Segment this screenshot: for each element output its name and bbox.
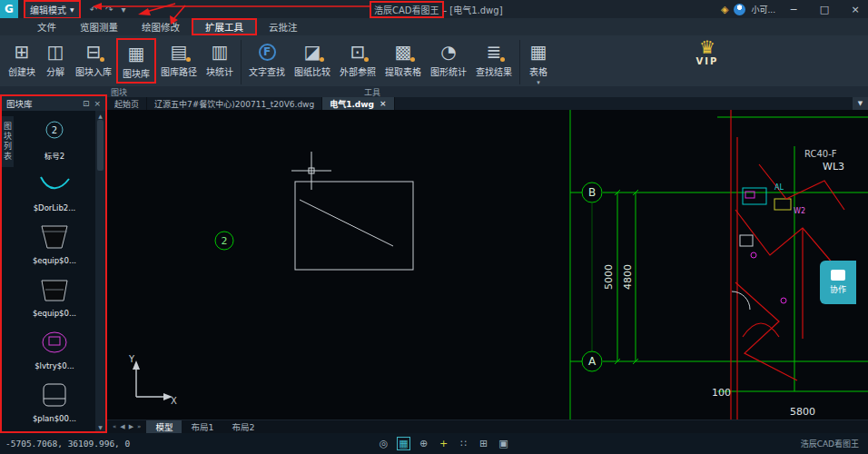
drawing-compare-button[interactable]: ◪ 图纸比较 — [290, 38, 335, 80]
block-thumb-plan — [36, 379, 73, 413]
drawing-canvas[interactable]: B A 5000 4800 — [107, 110, 868, 419]
redo-icon[interactable]: ↷ — [105, 5, 113, 15]
label-w2: W2 — [794, 207, 805, 215]
button-label: 块统计 — [206, 64, 233, 78]
table-button[interactable]: ▦ 表格 ▾ — [523, 38, 554, 88]
user-avatar[interactable] — [734, 4, 745, 15]
menu-extended-tools[interactable]: 扩展工具 — [192, 18, 257, 35]
tab-layout2[interactable]: 布局2 — [222, 420, 263, 433]
ortho-icon[interactable]: ⊞ — [477, 437, 490, 450]
dimension-5000: 5000 — [603, 264, 615, 290]
fullscreen-icon[interactable]: ▣ — [497, 437, 510, 450]
snap-spacing-icon[interactable]: ∷ — [457, 437, 470, 450]
dimension-5800: 5800 — [790, 406, 815, 418]
close-button[interactable]: × — [843, 0, 868, 18]
block-to-library-button[interactable]: ⊟ 图块入库 — [71, 38, 116, 80]
scroll-down-icon[interactable]: ▼ — [98, 422, 103, 431]
grid-toggle-icon[interactable]: ▦ — [397, 437, 410, 450]
first-layout-icon[interactable]: « — [113, 423, 116, 430]
ribbon-group-labels: 图块 工具 — [0, 86, 868, 97]
tab-list-dropdown[interactable]: ▼ — [853, 97, 868, 110]
find-results-button[interactable]: ≣ 查找结果 — [471, 38, 517, 80]
block-label: $equip$0... — [33, 309, 76, 318]
zoom-icon[interactable]: ⊕ — [417, 437, 430, 450]
accent-dot — [186, 57, 191, 62]
tab-layout1[interactable]: 布局1 — [182, 420, 222, 433]
scroll-up-icon[interactable]: ▲ — [98, 111, 103, 120]
explode-button[interactable]: ◫ 分解 — [40, 38, 71, 80]
osnap-icon[interactable]: ◎ — [377, 437, 390, 450]
scrollbar-thumb[interactable] — [97, 120, 104, 171]
list-item[interactable]: $equip$0... — [14, 269, 95, 321]
collaborate-button[interactable]: 协作 — [820, 261, 856, 304]
list-item[interactable]: 2 标号2 — [14, 111, 95, 163]
tab-drawing-1[interactable]: 辽源五中7#餐饮中心)200711_t20V6.dwg — [147, 97, 322, 110]
next-layout-icon[interactable]: ▶ — [129, 423, 133, 430]
block-list-side-tab[interactable]: 图块列表 — [2, 116, 14, 167]
menu-file[interactable]: 文件 — [25, 18, 68, 35]
list-item[interactable]: $lvtry$0... — [14, 321, 95, 374]
explode-icon: ◫ — [47, 40, 64, 64]
member-badge-icon[interactable]: ◈ — [721, 4, 728, 15]
create-block-button[interactable]: ⊞ 创建块 — [4, 38, 40, 80]
tab-drawing-electrical[interactable]: 电气1.dwg × — [322, 97, 394, 110]
text-find-button[interactable]: F 文字查找 — [244, 38, 290, 80]
button-label: 表格 — [529, 64, 547, 78]
quick-access-toolbar: ↶ ↷ ▾ — [90, 5, 126, 15]
library-path-icon: ▤ — [171, 40, 188, 64]
external-reference-button[interactable]: ⊡ 外部参照 — [335, 38, 380, 80]
statusbar-brand: 浩辰CAD看图王 — [801, 438, 859, 449]
block-library-button[interactable]: ▦ 图块库 — [116, 38, 156, 84]
panel-scrollbar[interactable]: ▲ ▼ — [95, 111, 105, 431]
block-label: $DorLib2... — [34, 203, 76, 212]
chevron-down-icon: ▼ — [70, 6, 74, 13]
edit-mode-dropdown[interactable]: 编辑模式 ▼ — [24, 0, 81, 19]
block-statistics-button[interactable]: ▥ 块统计 — [202, 38, 238, 80]
prev-layout-icon[interactable]: ◀ — [120, 423, 124, 430]
toolbar-dropdown-icon[interactable]: ▾ — [121, 5, 125, 15]
list-item[interactable] — [14, 427, 95, 431]
graphics-statistics-icon: ◔ — [440, 40, 456, 64]
username-label[interactable]: 小可... — [751, 4, 775, 15]
app-title-brand: 浩辰CAD看图王 — [370, 1, 444, 18]
extract-table-button[interactable]: ▩ 提取表格 — [380, 38, 426, 80]
graphics-statistics-button[interactable]: ◔ 图形统计 — [426, 38, 471, 80]
block-label: $equip$0... — [33, 256, 76, 265]
menu-draw-modify[interactable]: 绘图修改 — [130, 18, 192, 35]
list-item[interactable]: $DorLib2... — [14, 163, 95, 216]
list-item[interactable]: $equip$0... — [14, 216, 95, 269]
accent-dot — [320, 57, 324, 62]
status-bar: -5705.7068, 36109.996, 0 ◎ ▦ ⊕ + ∷ ⊞ ▣ 浩… — [0, 433, 868, 454]
panel-close-icon[interactable]: × — [94, 99, 101, 108]
button-label: 图块库 — [123, 66, 150, 80]
block-label: 标号2 — [44, 150, 64, 161]
block-rectangle — [295, 182, 413, 270]
button-label: 图库路径 — [161, 64, 197, 78]
vip-badge[interactable]: ♛ VIP — [687, 38, 727, 66]
crosshair-toggle-icon[interactable]: + — [437, 437, 450, 450]
tab-start-page[interactable]: 起始页 — [107, 97, 147, 110]
accent-dot — [500, 57, 505, 62]
library-path-button[interactable]: ▤ 图库路径 — [156, 38, 202, 80]
menu-cloud-annotation[interactable]: 云批注 — [257, 18, 310, 35]
block-list: 2 标号2 $DorLib2... — [14, 111, 95, 431]
last-layout-icon[interactable]: » — [137, 423, 141, 430]
drawing-canvas-area[interactable]: B A 5000 4800 — [107, 110, 868, 419]
chevron-down-icon[interactable]: ▾ — [537, 79, 540, 86]
label-rc40: RC40-F — [804, 149, 837, 159]
tab-close-icon[interactable]: × — [380, 99, 387, 108]
maximize-button[interactable]: □ — [812, 0, 837, 18]
block-library-icon: ▦ — [128, 42, 145, 65]
block-statistics-icon: ▥ — [212, 40, 229, 64]
accent-dot — [100, 57, 104, 62]
minimize-button[interactable]: − — [781, 0, 806, 18]
pin-icon[interactable]: ⊡ — [83, 99, 90, 108]
window-title: 浩辰CAD看图王 - [电气1.dwg] — [370, 1, 503, 18]
layout-nav: « ◀ ▶ » — [107, 420, 146, 433]
undo-icon[interactable]: ↶ — [90, 5, 97, 15]
menu-view-measure[interactable]: 览图测量 — [68, 18, 130, 35]
list-item[interactable]: $plan$00... — [14, 374, 95, 427]
vip-label: VIP — [696, 56, 719, 66]
tab-model[interactable]: 模型 — [146, 420, 182, 433]
label-wl3: WL3 — [823, 161, 844, 173]
